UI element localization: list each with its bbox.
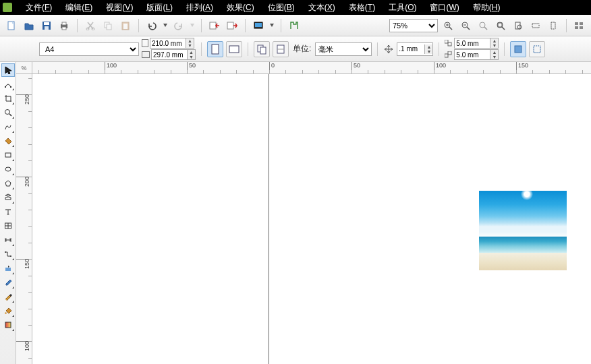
paper-size-select[interactable]: A4 [39, 42, 139, 56]
treat-as-filled-button[interactable] [510, 41, 526, 57]
svg-rect-29 [580, 26, 583, 29]
welcome-button[interactable] [287, 18, 302, 33]
smart-fill-tool[interactable] [1, 134, 15, 148]
menu-help[interactable]: 帮助(H) [466, 2, 507, 13]
copy-button[interactable] [101, 18, 115, 33]
spin-up-icon[interactable]: ▲ [490, 38, 498, 43]
all-pages-button[interactable] [254, 41, 270, 57]
export-button[interactable] [225, 18, 240, 33]
menu-tools[interactable]: 工具(O) [382, 2, 423, 13]
basic-shapes-tool[interactable] [1, 191, 15, 204]
drawing-canvas[interactable] [32, 74, 591, 364]
spin-down-icon[interactable]: ▼ [186, 43, 194, 48]
snap-bounding-button[interactable] [529, 41, 545, 57]
spin-down-icon[interactable]: ▼ [187, 55, 195, 59]
zoom-in-icon[interactable] [441, 18, 455, 33]
menu-window[interactable]: 窗口(W) [423, 2, 466, 13]
spin-up-icon[interactable]: ▲ [187, 50, 195, 55]
options-button[interactable] [572, 18, 587, 33]
width-icon [142, 39, 148, 47]
new-button[interactable] [4, 18, 19, 33]
page-edge [269, 74, 269, 364]
canvas-area: % 100 50 0 50 100 150 200 250 200 150 10… [16, 62, 591, 364]
property-bar: A4 ▲▼ ▲▼ 单位: 毫米 ▲▼ ▲▼ ▲▼ [0, 36, 591, 62]
redo-button[interactable] [171, 18, 186, 33]
app-launcher-button[interactable] [251, 18, 266, 33]
spin-up-icon[interactable]: ▲ [490, 50, 498, 55]
landscape-button[interactable] [226, 41, 242, 57]
spin-up-icon[interactable]: ▲ [186, 38, 194, 43]
rectangle-tool[interactable] [1, 148, 15, 162]
paste-button[interactable] [118, 18, 133, 33]
interactive-fill-tool[interactable] [1, 318, 15, 332]
zoom-all-icon[interactable] [493, 18, 508, 33]
horizontal-ruler[interactable]: 100 50 0 50 100 150 200 [32, 62, 591, 74]
portrait-button[interactable] [207, 41, 223, 57]
dup-x-input[interactable]: ▲▼ [454, 38, 499, 49]
eyedropper-tool[interactable] [1, 276, 15, 289]
ellipse-tool[interactable] [1, 162, 15, 176]
pick-tool[interactable] [1, 63, 15, 77]
zoom-select[interactable]: 75% [389, 19, 438, 32]
crop-tool[interactable] [1, 92, 15, 105]
table-tool[interactable] [1, 219, 15, 233]
svg-rect-38 [448, 51, 451, 55]
connector-tool[interactable] [1, 247, 15, 261]
workspace: % 100 50 0 50 100 150 200 250 200 150 10… [0, 62, 591, 364]
zoom-width-icon[interactable] [528, 18, 543, 33]
open-button[interactable] [22, 18, 36, 33]
spin-down-icon[interactable]: ▼ [424, 49, 432, 54]
nudge-input[interactable]: ▲▼ [397, 42, 433, 56]
svg-rect-42 [10, 86, 11, 88]
dimension-tool[interactable] [1, 233, 15, 247]
menu-effects[interactable]: 效果(C) [220, 2, 261, 13]
svg-rect-36 [448, 42, 451, 46]
fill-tool[interactable] [1, 304, 15, 317]
spin-down-icon[interactable]: ▼ [490, 43, 498, 48]
spin-down-icon[interactable]: ▼ [490, 55, 498, 59]
import-button[interactable] [207, 18, 222, 33]
zoom-page-icon[interactable] [511, 18, 526, 33]
vertical-ruler[interactable]: 250 200 150 100 [16, 74, 32, 364]
menu-bitmap[interactable]: 位图(B) [261, 2, 302, 13]
polygon-tool[interactable] [1, 177, 15, 190]
menu-view[interactable]: 视图(V) [99, 2, 140, 13]
menu-text[interactable]: 文本(X) [302, 2, 342, 13]
save-button[interactable] [39, 18, 54, 33]
freehand-tool[interactable] [1, 120, 15, 133]
svg-rect-26 [575, 22, 578, 25]
menu-file[interactable]: 文件(F) [19, 2, 59, 13]
outline-tool[interactable] [1, 290, 15, 303]
menu-layout[interactable]: 版面(L) [140, 2, 179, 13]
menu-edit[interactable]: 编辑(E) [59, 2, 99, 13]
current-page-button[interactable] [273, 41, 289, 57]
placed-image[interactable] [479, 191, 567, 270]
menu-arrange[interactable]: 排列(A) [179, 2, 220, 13]
zoom-out-icon[interactable] [458, 18, 473, 33]
undo-dropdown[interactable] [162, 18, 169, 33]
unit-select[interactable]: 毫米 [315, 42, 372, 56]
dup-y-input[interactable]: ▲▼ [454, 49, 499, 60]
redo-dropdown[interactable] [189, 18, 196, 33]
interactive-tool[interactable] [1, 262, 15, 275]
svg-rect-2 [44, 22, 49, 25]
page-width-input[interactable]: ▲▼ [150, 38, 194, 49]
ruler-corner[interactable]: % [16, 62, 32, 74]
text-tool[interactable] [1, 205, 15, 218]
svg-rect-35 [445, 40, 448, 43]
zoom-height-icon[interactable] [546, 18, 561, 33]
page-height-input[interactable]: ▲▼ [151, 49, 196, 60]
undo-button[interactable] [144, 18, 159, 33]
separator [77, 19, 78, 32]
zoom-selection-icon[interactable] [476, 18, 490, 33]
cut-button[interactable] [83, 18, 98, 33]
svg-rect-37 [445, 54, 448, 57]
svg-point-47 [5, 251, 6, 253]
menu-table[interactable]: 表格(T) [342, 2, 382, 13]
print-button[interactable] [57, 18, 72, 33]
shape-tool[interactable] [1, 78, 15, 91]
zoom-tool[interactable] [1, 106, 15, 119]
launcher-dropdown[interactable] [269, 18, 275, 33]
spin-up-icon[interactable]: ▲ [424, 44, 432, 49]
separator [138, 19, 139, 32]
